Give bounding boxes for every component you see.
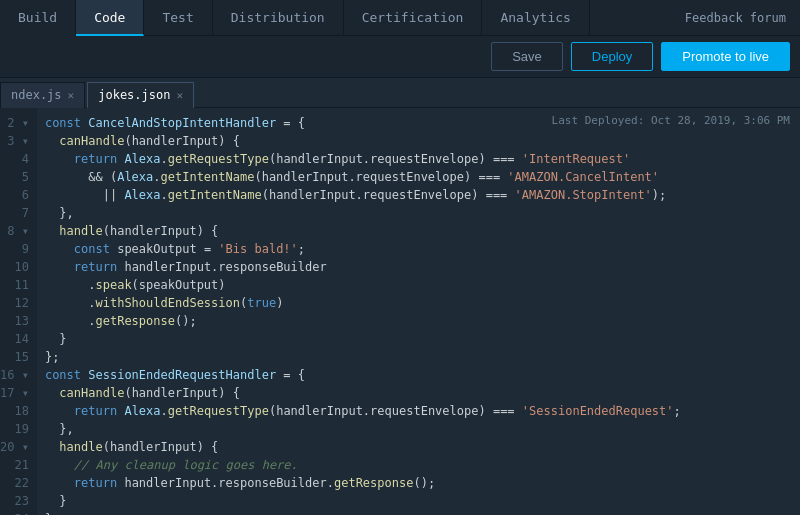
code-line: const speakOutput = 'Bis bald!'; (45, 240, 800, 258)
code-line: } (45, 492, 800, 510)
file-tabs: ndex.js ✕ jokes.json ✕ (0, 78, 800, 108)
feedback-button[interactable]: Feedback forum (671, 0, 800, 36)
code-line: }, (45, 420, 800, 438)
promote-button[interactable]: Promote to live (661, 42, 790, 71)
code-line: return Alexa.getRequestType(handlerInput… (45, 150, 800, 168)
code-line: canHandle(handlerInput) { (45, 384, 800, 402)
code-content[interactable]: const CancelAndStopIntentHandler = { can… (37, 108, 800, 515)
code-line: } (45, 330, 800, 348)
code-line: const SessionEndedRequestHandler = { (45, 366, 800, 384)
code-line: }, (45, 204, 800, 222)
file-tab-index-label: ndex.js (11, 88, 62, 102)
code-line: handle(handlerInput) { (45, 438, 800, 456)
code-line: return handlerInput.responseBuilder.getR… (45, 474, 800, 492)
code-line: && (Alexa.getIntentName(handlerInput.req… (45, 168, 800, 186)
code-line: .withShouldEndSession(true) (45, 294, 800, 312)
file-tab-index[interactable]: ndex.js ✕ (0, 82, 85, 108)
code-line: }; (45, 510, 800, 515)
close-index-icon[interactable]: ✕ (68, 89, 75, 102)
nav-tab-test[interactable]: Test (144, 0, 212, 36)
code-line: }; (45, 348, 800, 366)
code-line: // Any cleanup logic goes here. (45, 456, 800, 474)
toolbar-container: Save Deploy Promote to live Last Deploye… (0, 36, 800, 78)
code-line: return handlerInput.responseBuilder (45, 258, 800, 276)
nav-tab-build[interactable]: Build (0, 0, 76, 36)
toolbar: Save Deploy Promote to live (0, 36, 800, 78)
deploy-button[interactable]: Deploy (571, 42, 653, 71)
nav-tab-code[interactable]: Code (76, 0, 144, 36)
line-numbers: 2 ▾3 ▾45678 ▾910111213141516 ▾17 ▾181920… (0, 108, 37, 515)
file-tab-jokes[interactable]: jokes.json ✕ (87, 82, 194, 108)
code-line: canHandle(handlerInput) { (45, 132, 800, 150)
code-line: .speak(speakOutput) (45, 276, 800, 294)
code-line: handle(handlerInput) { (45, 222, 800, 240)
nav-tab-certification[interactable]: Certification (344, 0, 483, 36)
code-line: return Alexa.getRequestType(handlerInput… (45, 402, 800, 420)
top-nav: Build Code Test Distribution Certificati… (0, 0, 800, 36)
save-button[interactable]: Save (491, 42, 563, 71)
code-editor: 2 ▾3 ▾45678 ▾910111213141516 ▾17 ▾181920… (0, 108, 800, 515)
nav-tab-analytics[interactable]: Analytics (482, 0, 589, 36)
deploy-info: Last Deployed: Oct 28, 2019, 3:06 PM (552, 114, 790, 127)
code-line: || Alexa.getIntentName(handlerInput.requ… (45, 186, 800, 204)
close-jokes-icon[interactable]: ✕ (176, 89, 183, 102)
file-tab-jokes-label: jokes.json (98, 88, 170, 102)
nav-tab-distribution[interactable]: Distribution (213, 0, 344, 36)
code-line: .getResponse(); (45, 312, 800, 330)
